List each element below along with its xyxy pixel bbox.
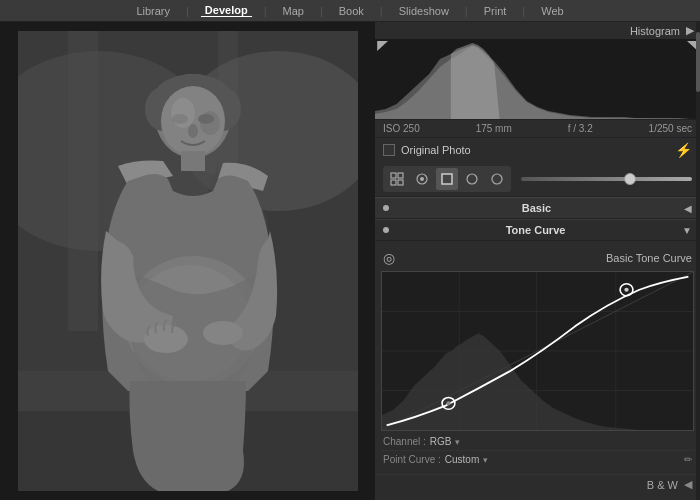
- main-content: Histogram ▶ ISO 250 175 mm f /: [0, 22, 700, 500]
- tool-square-btn[interactable]: [461, 168, 483, 190]
- basic-module-header[interactable]: Basic ◀: [375, 197, 700, 219]
- nav-book[interactable]: Book: [335, 5, 368, 17]
- tone-curve-subtitle: Basic Tone Curve: [606, 252, 692, 264]
- histogram-header: Histogram ▶: [375, 22, 700, 39]
- svg-point-19: [144, 325, 188, 353]
- exif-bar: ISO 250 175 mm f / 3.2 1/250 sec: [375, 119, 700, 138]
- point-curve-dropdown-arrow[interactable]: ▾: [483, 455, 488, 465]
- exif-focal: 175 mm: [476, 123, 512, 134]
- nav-develop[interactable]: Develop: [201, 4, 252, 17]
- nav-sep-6: |: [522, 5, 525, 17]
- nav-sep-3: |: [320, 5, 323, 17]
- bw-arrow: ◀: [684, 478, 692, 491]
- scrollbar-thumb[interactable]: [696, 32, 700, 92]
- svg-point-15: [188, 124, 198, 138]
- original-photo-left: Original Photo: [383, 144, 471, 156]
- tone-curve-svg: [382, 272, 693, 430]
- histogram-svg: [375, 39, 700, 119]
- exif-iso: ISO 250: [383, 123, 420, 134]
- channel-dropdown-arrow[interactable]: ▾: [455, 437, 460, 447]
- tone-curve-canvas[interactable]: [381, 271, 694, 431]
- point-curve-channel-row: Point Curve : Custom ▾: [383, 454, 488, 465]
- nav-sep-2: |: [264, 5, 267, 17]
- histogram-canvas: [375, 39, 700, 119]
- photo-panel: [0, 22, 375, 500]
- channel-row: Channel : RGB ▾: [383, 436, 460, 447]
- bw-row: B & W ◀: [375, 474, 700, 494]
- right-panel: Histogram ▶ ISO 250 175 mm f /: [375, 22, 700, 500]
- original-photo-label: Original Photo: [401, 144, 471, 156]
- svg-point-21: [171, 98, 195, 128]
- tools-bar: [375, 162, 700, 197]
- svg-rect-32: [398, 180, 403, 185]
- nav-slideshow[interactable]: Slideshow: [395, 5, 453, 17]
- svg-point-51: [624, 288, 628, 292]
- exif-shutter: 1/250 sec: [649, 123, 692, 134]
- svg-point-36: [467, 174, 477, 184]
- photo-bw-image: [18, 31, 358, 491]
- bw-label: B & W: [647, 479, 678, 491]
- tone-curve-footer: Channel : RGB ▾: [381, 431, 694, 450]
- nav-map[interactable]: Map: [279, 5, 308, 17]
- nav-sep-1: |: [186, 5, 189, 17]
- basic-module-arrow: ◀: [684, 203, 692, 214]
- svg-point-22: [200, 111, 220, 135]
- top-navigation: Library | Develop | Map | Book | Slidesh…: [0, 0, 700, 22]
- channel-value: RGB: [430, 436, 452, 447]
- nav-print[interactable]: Print: [480, 5, 511, 17]
- nav-web[interactable]: Web: [537, 5, 567, 17]
- original-photo-bar: Original Photo ⚡: [375, 138, 700, 162]
- original-photo-checkbox[interactable]: [383, 144, 395, 156]
- tool-crop-btn[interactable]: [411, 168, 433, 190]
- tone-curve-target-icon[interactable]: ◎: [383, 250, 395, 266]
- tool-group-main: [383, 166, 511, 192]
- tone-curve-module-header[interactable]: Tone Curve ▼: [375, 219, 700, 241]
- tone-curve-module-label: Tone Curve: [506, 224, 566, 236]
- channel-label: Channel :: [383, 436, 426, 447]
- svg-point-34: [420, 177, 424, 181]
- tool-circle-btn[interactable]: [436, 168, 458, 190]
- point-curve-label: Point Curve :: [383, 454, 441, 465]
- svg-rect-31: [391, 180, 396, 185]
- nav-sep-5: |: [465, 5, 468, 17]
- histogram-title: Histogram: [630, 25, 680, 37]
- nav-library[interactable]: Library: [132, 5, 174, 17]
- histogram-arrow[interactable]: ▶: [686, 24, 694, 37]
- svg-point-49: [446, 401, 450, 405]
- svg-point-20: [203, 321, 243, 345]
- svg-rect-30: [398, 173, 403, 178]
- svg-point-37: [492, 174, 502, 184]
- point-curve-value: Custom: [445, 454, 479, 465]
- nav-sep-4: |: [380, 5, 383, 17]
- tool-brush-btn[interactable]: [486, 168, 508, 190]
- svg-rect-16: [181, 151, 205, 171]
- tone-curve-dot: [383, 227, 389, 233]
- point-curve-row: Point Curve : Custom ▾ ✏: [381, 450, 694, 468]
- tone-curve-section: ◎ Basic Tone Curve: [375, 241, 700, 474]
- svg-rect-6: [68, 31, 98, 331]
- brightness-slider-handle[interactable]: [624, 173, 636, 185]
- brightness-slider[interactable]: [521, 177, 692, 181]
- pencil-icon[interactable]: ✏: [684, 454, 692, 465]
- exif-aperture: f / 3.2: [568, 123, 593, 134]
- basic-module-label: Basic: [522, 202, 551, 214]
- tone-curve-module-arrow: ▼: [682, 225, 692, 236]
- tool-grid-btn[interactable]: [386, 168, 408, 190]
- lightning-icon[interactable]: ⚡: [675, 142, 692, 158]
- svg-rect-29: [391, 173, 396, 178]
- scrollbar[interactable]: [696, 22, 700, 500]
- svg-rect-35: [442, 174, 452, 184]
- basic-module-dot: [383, 205, 389, 211]
- tone-curve-header: ◎ Basic Tone Curve: [381, 247, 694, 271]
- photo-svg: [18, 31, 358, 491]
